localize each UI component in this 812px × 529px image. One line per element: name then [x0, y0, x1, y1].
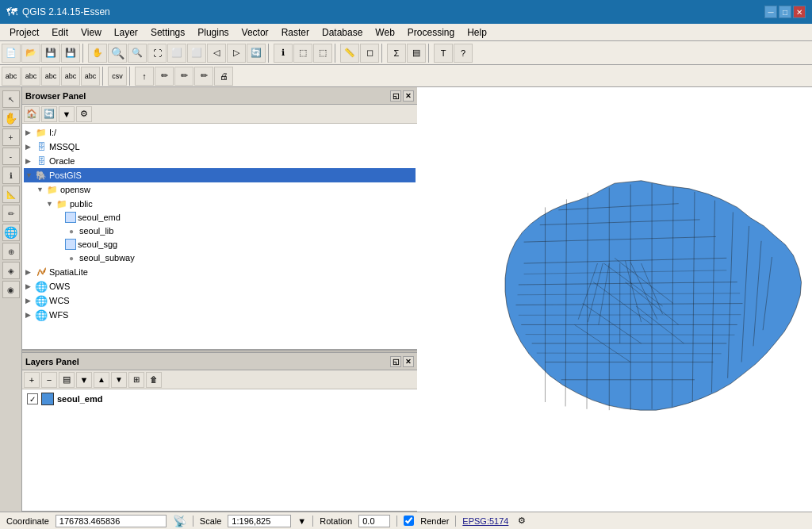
- composer-button[interactable]: 🖨: [214, 67, 233, 86]
- north-button[interactable]: ↑: [135, 67, 154, 86]
- tree-item-opensw[interactable]: ▼ 📁 opensw: [24, 182, 416, 197]
- digitize-extra-button[interactable]: ✏: [194, 67, 213, 86]
- tree-item-drive[interactable]: ▶ 📁 I:/: [24, 125, 416, 140]
- save-as-button[interactable]: 💾: [61, 44, 80, 63]
- menu-database[interactable]: Database: [316, 25, 369, 40]
- layers-panel-close[interactable]: ✕: [403, 356, 414, 367]
- layer-group-button[interactable]: ⊞: [128, 372, 144, 388]
- menu-plugins[interactable]: Plugins: [191, 25, 235, 40]
- tree-item-seoul-subway[interactable]: ▶ ● seoul_subway: [24, 251, 416, 265]
- menu-vector[interactable]: Vector: [236, 25, 275, 40]
- tree-item-wfs[interactable]: ▶ 🌐 WFS: [24, 308, 416, 322]
- browser-options-button[interactable]: ⚙: [76, 106, 92, 122]
- refresh-button[interactable]: 🔄: [247, 44, 266, 63]
- advanced-digitize-button[interactable]: ✏: [174, 67, 193, 86]
- csv-button[interactable]: csv: [108, 67, 127, 86]
- zoom-out-tool[interactable]: -: [2, 148, 20, 165]
- browser-home-button[interactable]: 🏠: [24, 106, 40, 122]
- epsg-label[interactable]: EPSG:5174: [462, 516, 508, 526]
- browser-filter-button[interactable]: ▼: [59, 106, 75, 122]
- pan-button[interactable]: ✋: [88, 44, 107, 63]
- sum-button[interactable]: Σ: [387, 44, 406, 63]
- open-attr-button[interactable]: ▤: [59, 372, 75, 388]
- render-checkbox[interactable]: [404, 516, 414, 526]
- zoom-in-tool[interactable]: +: [2, 128, 20, 146]
- browser-panel-close[interactable]: ✕: [403, 90, 414, 102]
- rotation-input[interactable]: [358, 515, 390, 527]
- layer-visibility-checkbox[interactable]: ✓: [27, 393, 38, 404]
- open-project-button[interactable]: 📂: [21, 44, 40, 63]
- save-project-button[interactable]: 💾: [41, 44, 60, 63]
- menu-raster[interactable]: Raster: [275, 25, 316, 40]
- menu-layer[interactable]: Layer: [108, 25, 144, 40]
- menu-edit[interactable]: Edit: [45, 25, 75, 40]
- menu-help[interactable]: Help: [461, 25, 493, 40]
- measure-area-button[interactable]: ◻: [360, 44, 379, 63]
- map-area[interactable]: [417, 87, 812, 512]
- label-button[interactable]: T: [434, 44, 453, 63]
- filter-layer-button[interactable]: ▼: [76, 372, 92, 388]
- new-project-button[interactable]: 📄: [2, 44, 21, 63]
- tree-item-public[interactable]: ▼ 📁 public: [24, 197, 416, 211]
- deselect-button[interactable]: ⬚: [313, 44, 332, 63]
- status-sep-4: [455, 516, 456, 527]
- tree-item-seoul-emd[interactable]: ▶ seoul_emd: [24, 211, 416, 224]
- identify-feature-tool[interactable]: ℹ: [2, 167, 20, 184]
- folder-icon: 📁: [46, 183, 59, 196]
- remove-layer-button[interactable]: −: [41, 372, 57, 388]
- zoom-out-button[interactable]: 🔍: [128, 44, 147, 63]
- tree-item-postgis[interactable]: ▼ 🐘 PostGIS: [24, 168, 416, 182]
- tree-item-spatialite[interactable]: ▶ 🗲 SpatiaLite: [24, 265, 416, 279]
- tree-item-mssql[interactable]: ▶ 🗄 MSSQL: [24, 140, 416, 154]
- tree-item-seoul-lib[interactable]: ▶ ● seoul_lib: [24, 224, 416, 238]
- tree-item-oracle[interactable]: ▶ 🗄 Oracle: [24, 154, 416, 168]
- zoom-layer-button[interactable]: ⬜: [187, 44, 206, 63]
- tree-item-wcs[interactable]: ▶ 🌐 WCS: [24, 293, 416, 308]
- layer-up-button[interactable]: ▲: [94, 372, 109, 388]
- scale-dropdown-icon[interactable]: ▼: [297, 516, 306, 526]
- identify-button[interactable]: ℹ: [274, 44, 293, 63]
- browser-refresh-button[interactable]: 🔄: [41, 106, 57, 122]
- scale-input[interactable]: [228, 515, 291, 527]
- zoom-next-button[interactable]: ▷: [227, 44, 246, 63]
- layer-item-seoul-emd[interactable]: ✓ seoul_emd: [24, 391, 416, 407]
- crs-tool[interactable]: ⊕: [2, 243, 20, 260]
- layer-delete-button[interactable]: 🗑: [146, 372, 162, 388]
- zoom-full-button[interactable]: ⛶: [147, 44, 167, 63]
- select-button[interactable]: ⬚: [293, 44, 312, 63]
- browser-panel-float[interactable]: ◱: [390, 90, 401, 102]
- menu-processing[interactable]: Processing: [401, 25, 461, 40]
- pointer-tool[interactable]: ↖: [2, 90, 20, 108]
- coordinate-input[interactable]: [56, 515, 167, 527]
- pin-label-button[interactable]: abc: [21, 67, 40, 86]
- menu-project[interactable]: Project: [3, 25, 45, 40]
- maximize-button[interactable]: □: [779, 6, 791, 18]
- tree-item-seoul-sgg[interactable]: ▶ seoul_sgg: [24, 238, 416, 251]
- pan-map-tool[interactable]: ✋: [2, 109, 20, 127]
- menu-view[interactable]: View: [75, 25, 108, 40]
- menu-web[interactable]: Web: [369, 25, 400, 40]
- tree-item-ows[interactable]: ▶ 🌐 OWS: [24, 279, 416, 293]
- plugin-tool-2[interactable]: ◉: [2, 281, 20, 298]
- globe-tool[interactable]: 🌐: [2, 224, 20, 241]
- menu-settings[interactable]: Settings: [144, 25, 191, 40]
- plugin-tool-1[interactable]: ◈: [2, 262, 20, 279]
- digitize-button[interactable]: ✏: [155, 67, 174, 86]
- layers-panel-float[interactable]: ◱: [390, 356, 401, 367]
- attr-table-button[interactable]: ▤: [407, 44, 426, 63]
- zoom-in-button[interactable]: 🔍: [108, 44, 127, 63]
- help-button[interactable]: ?: [454, 44, 473, 63]
- move-label-button[interactable]: abc: [41, 67, 60, 86]
- measure-tool[interactable]: 📐: [2, 186, 20, 203]
- minimize-button[interactable]: ─: [764, 6, 777, 18]
- annotation-tool[interactable]: ✏: [2, 205, 20, 222]
- label-tool-button[interactable]: abc: [2, 67, 21, 86]
- measure-button[interactable]: 📏: [340, 44, 359, 63]
- zoom-last-button[interactable]: ◁: [207, 44, 226, 63]
- change-label-button[interactable]: abc: [81, 67, 100, 86]
- layer-down-button[interactable]: ▼: [111, 372, 127, 388]
- rotate-label-button[interactable]: abc: [61, 67, 80, 86]
- add-layer-button[interactable]: +: [24, 372, 40, 388]
- zoom-selection-button[interactable]: ⬜: [167, 44, 186, 63]
- close-button[interactable]: ✕: [793, 6, 806, 18]
